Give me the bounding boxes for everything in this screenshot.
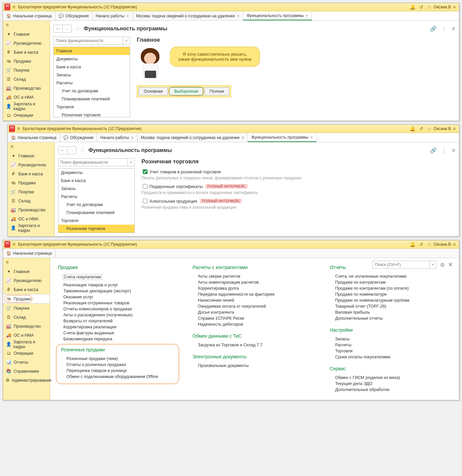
mode-basic-button[interactable]: Основная <box>139 87 168 95</box>
sidebar-item[interactable]: ₽Банк и касса <box>3 285 50 294</box>
sidebar-item[interactable]: ✦Главное <box>3 267 50 276</box>
sidebar-item[interactable]: 🏭Производство <box>8 205 54 214</box>
sidebar-item[interactable]: 👤Зарплата и кадры <box>8 223 54 232</box>
sidebar-item[interactable]: 📚Справочники <box>3 367 50 376</box>
sidebar-item[interactable]: 🛒Покупки <box>3 304 50 313</box>
sidebar-item[interactable]: 🛒Покупки <box>3 66 50 75</box>
tree-item[interactable]: Банк и касса <box>58 177 134 185</box>
sidebar-item[interactable]: 📈Руководителю <box>3 276 50 285</box>
bell-icon[interactable]: 🔔 <box>410 242 415 247</box>
sidebar-item[interactable]: 🏭Производство <box>3 322 50 331</box>
sidebar-item[interactable]: 🗂Операции <box>3 111 50 120</box>
hamburger-icon[interactable]: ≡ <box>17 126 20 132</box>
close-page-icon[interactable]: ✕ <box>451 147 456 154</box>
favorite-icon[interactable]: ☆ <box>80 147 85 154</box>
tree-item[interactable]: Планирование платежей <box>54 95 130 103</box>
menu-link[interactable]: Произвольные документы <box>198 363 314 368</box>
sidebar-item[interactable]: 🚚ОС и НМА <box>3 93 50 102</box>
menu-link[interactable]: Расчеты <box>335 343 451 347</box>
tree-item[interactable]: Запасы <box>58 185 134 193</box>
menu-link[interactable]: Оказание услуг <box>63 295 179 299</box>
link-icon[interactable]: 🔗 <box>430 26 437 32</box>
window-menu-icon[interactable]: ≡ <box>453 126 456 131</box>
menu-link[interactable]: Сроки оплаты покупателями <box>335 355 451 359</box>
tab-remote[interactable]: Москва: подача сведений о сотрудниках на… <box>137 133 248 142</box>
menu-link[interactable]: Досье контрагента <box>198 310 314 315</box>
menu-link[interactable]: Счета, не оплаченные покупателями <box>335 274 451 279</box>
tree-item[interactable]: Запасы <box>54 71 130 79</box>
menu-link[interactable]: Возвраты от покупателей <box>63 319 179 323</box>
menu-link[interactable]: Реализация отгруженных товаров <box>63 301 179 305</box>
tab-start[interactable]: Начало работы× <box>97 133 137 142</box>
menu-link[interactable]: Переоценка товаров в рознице <box>66 368 174 373</box>
menu-link[interactable]: Корректировка реализации <box>63 325 179 329</box>
history-icon[interactable]: ↺ <box>419 242 423 247</box>
heading-service[interactable]: Сервис <box>330 366 451 371</box>
menu-link[interactable]: Торговля <box>335 349 451 353</box>
tree-item[interactable]: Банк и касса <box>54 63 130 71</box>
menu-link[interactable]: Счета-фактуры выданные <box>63 331 179 335</box>
close-icon[interactable]: × <box>242 135 244 140</box>
menu-link[interactable]: Обмен с подключаемым оборудованием Offli… <box>66 374 174 379</box>
history-icon[interactable]: ↺ <box>419 126 423 131</box>
tab-home[interactable]: 🏠Начальная страница <box>8 133 60 142</box>
sidebar-item[interactable]: ☰Склад <box>3 313 50 322</box>
menu-link[interactable]: Продажи по контрагентам <box>335 280 451 285</box>
menu-link[interactable]: Таможенные декларации (экспорт) <box>63 289 179 293</box>
back-button[interactable]: ← <box>58 147 67 154</box>
heading-edocs[interactable]: Электронные документы <box>192 354 314 359</box>
menu-link[interactable]: Розничные продажи (чеки) <box>66 356 174 361</box>
sidebar-item[interactable]: 🛍Продажи <box>3 57 50 66</box>
mode-selective-button[interactable]: Выборочная <box>169 87 203 95</box>
user-label[interactable]: Оксана В <box>434 5 451 9</box>
menu-link[interactable]: Реализация товаров и услуг <box>63 283 179 287</box>
sidebar-item[interactable]: ✦Главное <box>3 30 50 39</box>
tree-item[interactable]: Розничная торговля <box>58 225 134 233</box>
user-label[interactable]: Оксана В <box>434 242 451 247</box>
tree-item[interactable]: Расчеты <box>58 193 134 201</box>
more-icon[interactable]: ⋮ <box>441 26 447 32</box>
sidebar-item[interactable]: ☰Склад <box>8 196 54 205</box>
option-alcohol[interactable]: Алкогольная продукция ПОЛНЫЙ ИНТЕРФЕЙС <box>141 198 456 204</box>
menu-link[interactable]: Запасы <box>335 337 451 341</box>
tree-item[interactable]: Главное <box>54 47 130 55</box>
close-icon[interactable]: ✕ <box>448 261 453 268</box>
checkbox[interactable] <box>143 199 147 203</box>
sidebar-item[interactable]: ⚙Администрирование <box>3 376 50 385</box>
star-icon[interactable]: ☆ <box>427 126 432 131</box>
window-menu-icon[interactable]: ≡ <box>453 242 456 247</box>
option-retail[interactable]: Учет товаров в розничной торговле <box>141 168 456 175</box>
menu-link[interactable]: Продажи по номенклатурным группам <box>335 298 451 303</box>
clear-icon[interactable]: × <box>429 261 436 268</box>
sidebar-item[interactable]: 🛒Покупки <box>8 187 54 196</box>
menu-link[interactable]: Акты о расхождениях (полученные) <box>63 313 179 317</box>
bell-icon[interactable]: 🔔 <box>410 126 415 131</box>
hamburger-icon[interactable]: ≡ <box>12 241 15 247</box>
tab-remote[interactable]: Москва: подача сведений о сотрудниках на… <box>133 11 243 20</box>
tab-home[interactable]: 🏠Начальная страница <box>3 11 55 20</box>
menu-link[interactable]: Товарный отчет (ТОРГ-29) <box>335 304 451 309</box>
tab-discuss[interactable]: 💬Обсуждения <box>55 11 92 20</box>
forward-button[interactable]: → <box>67 147 76 154</box>
menu-link[interactable]: Продажи по контрагентам (по оплате) <box>335 286 451 291</box>
tab-func[interactable]: Функциональность программы× <box>248 133 317 142</box>
bell-icon[interactable]: 🔔 <box>410 4 415 10</box>
menu-link[interactable]: Валовая прибыль <box>335 310 451 315</box>
search-input[interactable] <box>54 37 123 44</box>
functionality-tree[interactable]: ДокументыБанк и кассаЗапасыРасчетыУчет п… <box>58 168 135 233</box>
sidebar-item[interactable]: 🗂Операции <box>3 349 50 358</box>
link-icon[interactable]: 🔗 <box>430 147 437 154</box>
close-icon[interactable]: × <box>131 135 134 140</box>
gear-icon[interactable]: ⚙ <box>440 262 445 268</box>
heading-retail[interactable]: Розничные продажи <box>61 347 174 352</box>
tab-home[interactable]: 🏠Начальная страница <box>3 249 55 258</box>
close-icon[interactable]: × <box>310 135 313 140</box>
sidebar-item[interactable]: 📊Отчеты <box>3 358 50 367</box>
menu-link[interactable]: Передача задолженности на факторинг <box>198 292 314 297</box>
tree-item[interactable]: Торговля <box>58 217 134 225</box>
hamburger-icon[interactable]: ≡ <box>12 4 15 10</box>
sidebar-item[interactable]: ✦Главное <box>8 151 54 160</box>
menu-link[interactable]: Начисление пеней <box>198 298 314 303</box>
window-menu-icon[interactable]: ≡ <box>453 4 456 10</box>
star-icon[interactable]: ☆ <box>427 4 432 10</box>
